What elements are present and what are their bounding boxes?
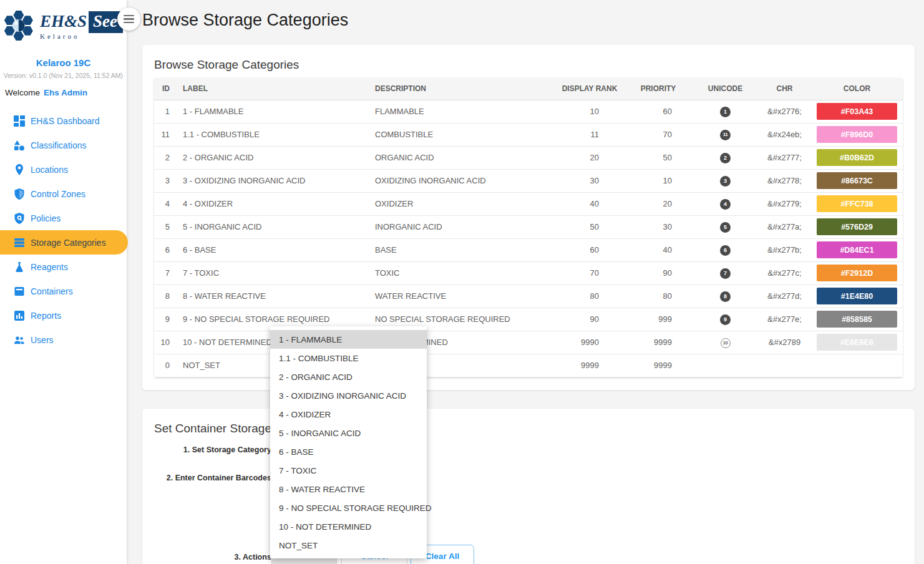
table-header: IDLABELDESCRIPTIONDISPLAY RANKPRIORITYUN… <box>154 78 903 100</box>
cell-color: #576D29 <box>811 215 903 238</box>
cell-color <box>811 354 903 377</box>
sidebar-item-eh-s-dashboard[interactable]: EH&S Dashboard <box>0 109 127 133</box>
cell-description: COMBUSTIBLE <box>371 123 555 146</box>
dropdown-option[interactable]: 10 - NOT DETERMINED <box>270 517 427 536</box>
color-chip: #86673C <box>817 172 897 189</box>
sidebar-item-label: Users <box>31 335 54 345</box>
sidebar-item-users[interactable]: Users <box>0 328 127 352</box>
table-row: 66 - BASEBASE60406&#x277b;#D84EC1 <box>154 238 903 261</box>
table-row: 22 - ORGANIC ACIDORGANIC ACID20502&#x277… <box>154 146 903 169</box>
sidebar-item-locations[interactable]: Locations <box>0 157 127 182</box>
sidebar-item-reagents[interactable]: Reagents <box>0 255 127 279</box>
sidebar-item-label: EH&S Dashboard <box>31 116 100 126</box>
dropdown-option[interactable]: 9 - NO SPECIAL STORAGE REQUIRED <box>270 498 427 517</box>
dropdown-option[interactable]: 6 - BASE <box>270 442 427 461</box>
table-row: 44 - OXIDIZEROXIDIZER40204&#x2779;#FFC73… <box>154 192 903 215</box>
dropdown-option[interactable]: 1.1 - COMBUSTIBLE <box>270 349 427 367</box>
classifications-icon <box>14 140 25 151</box>
cell-id: 8 <box>154 284 179 308</box>
cell-description: FLAMMABLE <box>371 100 555 123</box>
circled-number-icon: 10 <box>721 338 731 348</box>
sidebar-item-storage-categories[interactable]: Storage Categories <box>0 230 128 255</box>
circled-number-icon: 3 <box>720 176 731 187</box>
cell-chr: &#x2789 <box>758 331 811 354</box>
color-chip: #F896D0 <box>817 126 897 143</box>
cell-unicode: 2 <box>693 146 758 169</box>
sidebar-item-control-zones[interactable]: Control Zones <box>0 182 127 206</box>
table-row: 111.1 - COMBUSTIBLECOMBUSTIBLE117011&#x2… <box>154 123 903 146</box>
brand-logo: EH&SSee Kelaroo <box>0 0 127 52</box>
location-pin-icon <box>14 164 25 175</box>
dropdown-option[interactable]: 3 - OXIDIZING INORGANIC ACID <box>270 386 427 405</box>
cell-label: 3 - OXIDIZING INORGANIC ACID <box>179 169 371 192</box>
dropdown-option[interactable]: NOT_SET <box>270 536 427 555</box>
browse-storage-categories-card: Browse Storage Categories IDLABELDESCRIP… <box>142 45 915 390</box>
welcome-label: Welcome <box>5 88 40 97</box>
cell-priority: 20 <box>624 192 693 215</box>
dropdown-option[interactable]: 4 - OXIDIZER <box>270 405 427 424</box>
cell-description: WATER REACTIVE <box>371 284 555 308</box>
cell-color: #D84EC1 <box>811 238 903 261</box>
cell-description: TOXIC <box>371 261 555 284</box>
cell-label: 1.1 - COMBUSTIBLE <box>179 123 371 146</box>
cell-id: 6 <box>154 238 179 261</box>
cell-id: 3 <box>154 169 179 192</box>
hamburger-icon <box>124 15 134 23</box>
storage-categories-table: IDLABELDESCRIPTIONDISPLAY RANKPRIORITYUN… <box>154 78 903 377</box>
dropdown-option[interactable]: 8 - WATER REACTIVE <box>270 480 427 498</box>
list-icon <box>14 237 25 248</box>
color-chip: #FFC738 <box>817 195 897 212</box>
cell-chr: &#x277e; <box>758 308 811 331</box>
sidebar-item-label: Control Zones <box>31 189 85 199</box>
sidebar-item-classifications[interactable]: Classifications <box>0 133 127 157</box>
cell-color: #1E4E80 <box>811 284 903 308</box>
column-header: DISPLAY RANK <box>555 78 624 100</box>
cell-display-rank: 9999 <box>555 354 624 377</box>
circled-number-icon: 4 <box>720 199 731 210</box>
cell-color: #FFC738 <box>811 192 903 215</box>
sidebar-item-label: Reports <box>31 311 61 321</box>
sidebar-item-reports[interactable]: Reports <box>0 303 127 328</box>
cell-unicode: 11 <box>693 123 758 146</box>
welcome-row: WelcomeEhs Admin <box>5 88 127 97</box>
users-icon <box>14 334 25 346</box>
cell-display-rank: 80 <box>555 284 624 308</box>
cell-label: 6 - BASE <box>179 238 371 261</box>
table-row: 0NOT_SET99999999 <box>154 354 903 377</box>
sidebar-item-policies[interactable]: Policies <box>0 206 127 230</box>
column-header: COLOR <box>811 78 903 100</box>
page-title: Browse Storage Categories <box>142 11 348 30</box>
cell-label: 1 - FLAMMABLE <box>179 100 371 123</box>
table-body: 11 - FLAMMABLEFLAMMABLE10601&#x2776;#F03… <box>154 100 903 377</box>
sidebar-nav: EH&S DashboardClassificationsLocationsCo… <box>0 109 127 352</box>
cell-priority: 80 <box>624 284 693 308</box>
cell-description: INORGANIC ACID <box>371 215 555 238</box>
cell-id: 0 <box>154 354 179 377</box>
menu-toggle-button[interactable] <box>117 7 140 31</box>
cell-priority: 999 <box>624 308 693 331</box>
sidebar-item-label: Storage Categories <box>31 238 106 248</box>
cell-priority: 9999 <box>624 354 693 377</box>
cell-id: 9 <box>154 308 179 331</box>
dropdown-option[interactable]: 5 - INORGANIC ACID <box>270 424 427 442</box>
sidebar-item-label: Classifications <box>31 140 86 150</box>
dropdown-option[interactable]: 2 - ORGANIC ACID <box>270 367 427 386</box>
circled-number-icon: 6 <box>720 245 731 256</box>
dropdown-option[interactable]: 1 - FLAMMABLE <box>270 330 427 349</box>
cell-unicode: 10 <box>693 331 758 354</box>
user-link[interactable]: Ehs Admin <box>44 88 87 97</box>
cell-priority: 10 <box>624 169 693 192</box>
cell-unicode: 3 <box>693 169 758 192</box>
cell-description: ORGANIC ACID <box>371 146 555 169</box>
dropdown-option[interactable]: 7 - TOXIC <box>270 461 427 480</box>
set-container-storage-card: Set Container Storage 1. Set Storage Cat… <box>142 409 915 564</box>
app-title: Kelaroo 19C <box>0 57 127 68</box>
cell-color: #F03A43 <box>811 100 903 123</box>
set-card-heading: Set Container Storage <box>142 409 915 435</box>
enter-container-barcodes-label: 2. Enter Container Barcodes: <box>154 474 274 482</box>
cell-unicode <box>693 354 758 377</box>
cell-chr: &#x2776; <box>758 100 811 123</box>
column-header: CHR <box>758 78 811 100</box>
cell-id: 4 <box>154 192 179 215</box>
sidebar-item-containers[interactable]: Containers <box>0 279 127 303</box>
